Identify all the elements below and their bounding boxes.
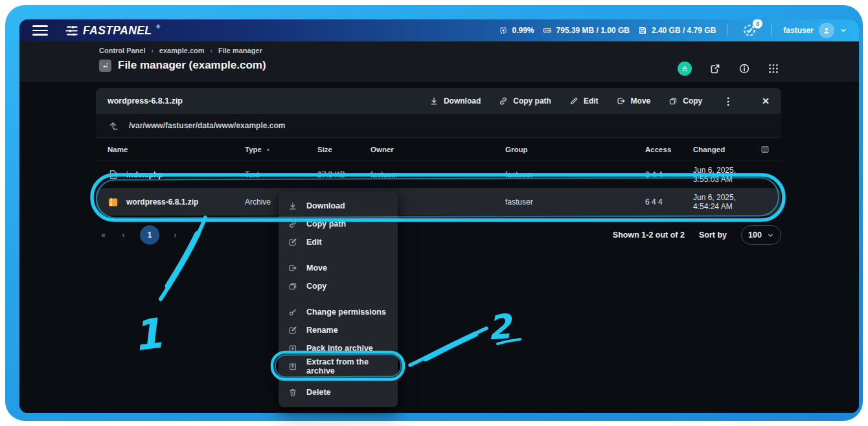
action-label: Copy: [683, 96, 702, 106]
menu-item-edit[interactable]: Edit: [279, 233, 398, 251]
column-header-name[interactable]: Name: [108, 146, 245, 153]
current-page-button[interactable]: 1: [140, 225, 159, 245]
next-page-button[interactable]: ›: [168, 230, 183, 240]
close-selection-button[interactable]: ✕: [762, 96, 770, 106]
memory-stat[interactable]: 795.39 MB / 1.00 GB: [543, 26, 630, 35]
edit-button[interactable]: Edit: [569, 96, 599, 106]
footer-right: Shown 1-2 out of 2 Sort by 100: [613, 225, 781, 245]
cpu-value: 0.99%: [512, 26, 534, 35]
brand-name: FASTPANEL: [83, 24, 152, 38]
column-header-size[interactable]: Size: [317, 146, 371, 153]
tasks-badge: 0: [753, 19, 762, 28]
menu-item-move[interactable]: Move: [279, 259, 398, 277]
download-icon: [429, 96, 439, 106]
menu-item-label: Copy: [306, 282, 326, 291]
context-menu: Download Copy path Edit Move Copy Change…: [279, 192, 398, 407]
header-icons: [678, 62, 779, 76]
up-level-icon[interactable]: [108, 120, 119, 131]
per-page-select[interactable]: 100: [741, 225, 781, 245]
hamburger-menu-icon[interactable]: [32, 25, 48, 36]
action-label: Move: [631, 96, 651, 106]
topbar: FASTPANEL ® 0.99% 795.39 MB / 1.00 GB 2.…: [19, 19, 859, 41]
disk-icon: [638, 26, 647, 35]
menu-item-copy-path[interactable]: Copy path: [279, 215, 398, 233]
move-icon: [617, 96, 626, 106]
menu-item-label: Extract from the archive: [306, 357, 388, 376]
page-header: Control Panel › example.com › File manag…: [19, 41, 859, 82]
menu-item-download[interactable]: Download: [279, 197, 398, 215]
divider: [727, 25, 727, 36]
column-header-changed[interactable]: Changed: [693, 146, 753, 153]
cpu-stat[interactable]: 0.99%: [499, 26, 534, 35]
table-header: Name Type Size Owner Group Access Change…: [96, 138, 781, 161]
selected-filename: wordpress-6.8.1.zip: [108, 96, 183, 106]
content-area: wordpress-6.8.1.zip Download Copy path: [19, 82, 859, 413]
move-button[interactable]: Move: [617, 96, 651, 106]
file-group: fastuser: [505, 197, 645, 207]
menu-item-rename[interactable]: Rename: [279, 321, 398, 339]
edit-icon: [288, 238, 297, 247]
menu-item-extract-from-archive[interactable]: Extract from the archive: [279, 357, 398, 376]
copy-button[interactable]: Copy: [668, 96, 702, 106]
external-link-icon[interactable]: [709, 63, 721, 74]
tasks-button[interactable]: 0: [742, 23, 757, 38]
file-type: Text: [245, 170, 317, 179]
window-frame: FASTPANEL ® 0.99% 795.39 MB / 1.00 GB 2.…: [5, 5, 863, 421]
link-icon: [499, 96, 508, 106]
brand-logo[interactable]: FASTPANEL ®: [65, 24, 160, 38]
trash-icon: [288, 388, 297, 397]
current-path[interactable]: /var/www/fastuser/data/www/example.com: [129, 121, 285, 130]
rename-icon: [288, 326, 297, 335]
download-icon: [288, 201, 297, 210]
copy-icon: [288, 282, 297, 291]
menu-item-label: Rename: [306, 326, 338, 335]
move-icon: [288, 263, 297, 273]
text-file-icon: [108, 169, 119, 180]
file-owner: fastuser: [371, 170, 505, 179]
screenshot-stage: FASTPANEL ® 0.99% 795.39 MB / 1.00 GB 2.…: [0, 0, 868, 426]
user-menu[interactable]: fastuser: [783, 23, 847, 38]
copy-path-button[interactable]: Copy path: [499, 96, 551, 106]
menu-item-change-permissions[interactable]: Change permissions: [279, 303, 398, 321]
page-title: File manager (example.com): [118, 59, 266, 72]
download-button[interactable]: Download: [429, 96, 481, 106]
column-header-owner[interactable]: Owner: [371, 146, 505, 153]
lock-icon: [681, 65, 689, 73]
file-access: 6 4 4: [645, 170, 693, 179]
info-icon[interactable]: [738, 63, 750, 74]
file-size: 27.3 KB: [317, 170, 371, 179]
breadcrumb: Control Panel › example.com › File manag…: [99, 47, 779, 54]
menu-item-pack-into-archive[interactable]: Pack into archive: [279, 339, 398, 357]
breadcrumb-separator: ›: [211, 47, 212, 54]
extract-archive-icon: [288, 362, 297, 371]
column-header-access[interactable]: Access: [645, 146, 693, 153]
action-label: Edit: [584, 96, 599, 106]
last-page-button[interactable]: »: [188, 230, 203, 240]
file-name-cell: index.php: [108, 169, 245, 180]
menu-item-delete[interactable]: Delete: [279, 383, 398, 401]
disk-value: 2.40 GB / 4.79 GB: [652, 26, 716, 35]
security-status-button[interactable]: [678, 62, 692, 76]
sort-ascending-icon: [266, 147, 271, 152]
chevron-down-icon: [767, 232, 774, 239]
column-header-group[interactable]: Group: [505, 146, 645, 153]
per-page-value: 100: [748, 230, 762, 240]
prev-page-button[interactable]: ‹: [116, 230, 131, 240]
breadcrumb-control-panel[interactable]: Control Panel: [99, 47, 146, 54]
disk-stat[interactable]: 2.40 GB / 4.79 GB: [638, 26, 716, 35]
table-row-index-php[interactable]: index.php Text 27.3 KB fastuser fastuser…: [96, 161, 781, 188]
breadcrumb-file-manager: File manager: [218, 47, 262, 54]
cpu-icon: [499, 26, 508, 35]
columns-settings-icon[interactable]: [760, 145, 770, 154]
table-row-wordpress-zip[interactable]: wordpress-6.8.1.zip Archive fastuser 6 4…: [96, 188, 781, 216]
first-page-button[interactable]: «: [96, 230, 111, 240]
file-changed: Jun 6, 2025, 4:54:24 AM: [693, 193, 753, 211]
menu-item-label: Download: [306, 201, 345, 210]
file-name: wordpress-6.8.1.zip: [126, 197, 198, 207]
file-access: 6 4 4: [645, 197, 693, 207]
apps-grid-icon[interactable]: [768, 63, 779, 74]
menu-item-copy[interactable]: Copy: [279, 277, 398, 295]
column-header-name-type[interactable]: Type: [245, 146, 317, 153]
more-actions-button[interactable]: ⋮: [722, 95, 735, 107]
breadcrumb-site[interactable]: example.com: [159, 47, 205, 54]
